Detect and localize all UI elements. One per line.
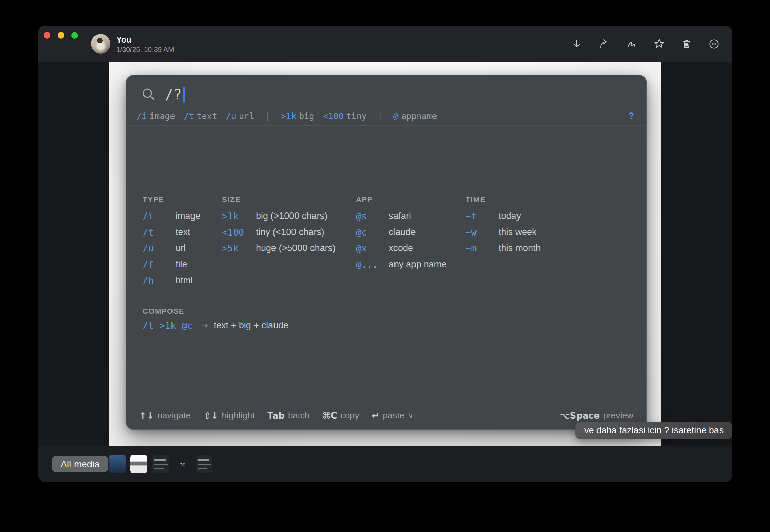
compose-code: >1k: [160, 320, 176, 331]
media-viewer-window: You 1/30/26, 10:39 AM: [38, 26, 732, 482]
filter-code: <100: [323, 111, 343, 121]
filter-label: text: [197, 111, 217, 121]
shortcut-keys: Tab: [267, 411, 285, 421]
filter-code: >1k: [222, 211, 256, 221]
thumbnail[interactable]: [282, 455, 299, 473]
filter-description: xcode: [389, 243, 413, 253]
filter-description: big (>1000 chars): [256, 211, 327, 221]
shortcut-label: paste: [383, 410, 404, 421]
filter-hint: /iimage: [137, 111, 175, 121]
thumbnail[interactable]: [130, 455, 147, 473]
filter-hints: /iimage/ttext/uurl|>1kbig<100tiny|@appna…: [137, 108, 616, 124]
thumbnail[interactable]: [239, 455, 256, 473]
share-icon[interactable]: [599, 38, 610, 50]
sender-name: You: [116, 35, 174, 45]
thumbnail[interactable]: [304, 455, 321, 473]
close-window-button[interactable]: [44, 32, 50, 39]
thumbnail[interactable]: [109, 455, 126, 473]
filter-description: today: [499, 211, 521, 221]
filter-description: this week: [499, 227, 537, 238]
filter-label: url: [239, 111, 254, 121]
help-row: <100tiny (<100 chars): [222, 224, 358, 241]
filter-description: url: [176, 243, 186, 253]
hint-separator: |: [265, 111, 270, 121]
help-row: ~mthis month: [466, 240, 578, 257]
filter-hint: >1kbig: [281, 111, 314, 121]
filter-description: text: [176, 227, 190, 238]
shortcut-label: batch: [288, 410, 310, 421]
thumbnail[interactable]: [261, 455, 278, 473]
filter-code: >1k: [281, 111, 296, 121]
shortcut-label: navigate: [158, 410, 191, 421]
filter-code: /t: [143, 227, 176, 238]
help-row: >5khuge (>5000 chars): [222, 240, 358, 257]
filter-description: image: [176, 211, 201, 221]
download-icon[interactable]: [571, 38, 583, 50]
help-column-type: TYPE/iimage/ttext/uurl/ffile/hhtml: [143, 195, 221, 289]
search-input[interactable]: /?: [165, 87, 182, 102]
filter-description: this month: [499, 243, 541, 253]
compose-result: text + big + claude: [214, 320, 288, 331]
help-column-size: SIZE>1kbig (>1000 chars)<100tiny (<100 c…: [222, 195, 358, 257]
filter-code: ~w: [466, 227, 499, 238]
help-row: ~ttoday: [466, 208, 578, 224]
more-options-icon[interactable]: [708, 38, 720, 50]
filter-description: html: [176, 275, 193, 286]
thumbnail[interactable]: ⌥: [174, 455, 191, 473]
help-column-time: TIME~ttoday~wthis week~mthis month: [466, 195, 578, 257]
shortcut-keys: ⇧↓: [204, 411, 219, 421]
filter-help-table: TYPE/iimage/ttext/uurl/ffile/hhtmlSIZE>1…: [126, 195, 646, 304]
thumbnail[interactable]: [152, 455, 169, 473]
viewer-toolbar: [571, 26, 720, 62]
shortcut-navigate: ↑↓navigate: [139, 410, 191, 421]
avatar: [91, 34, 110, 54]
markup-icon[interactable]: [626, 38, 637, 50]
zoom-window-button[interactable]: [71, 32, 78, 39]
filter-description: file: [176, 259, 187, 270]
filter-code: ~m: [466, 243, 499, 253]
compose-code: /t: [143, 320, 154, 331]
help-row: /hhtml: [143, 272, 221, 289]
filter-label: appname: [401, 111, 437, 121]
search-icon: [141, 87, 156, 102]
thumbnail[interactable]: [196, 455, 212, 473]
minimize-window-button[interactable]: [58, 32, 64, 39]
command-palette: /? /iimage/ttext/uurl|>1kbig<100tiny|@ap…: [126, 75, 647, 430]
filter-description: safari: [389, 211, 411, 221]
thumbnail[interactable]: [217, 455, 234, 473]
filter-description: huge (>5000 chars): [256, 243, 336, 253]
shortcut-preview: ⌥Space preview: [560, 410, 633, 421]
filter-code: /u: [143, 243, 176, 253]
help-row: /ttext: [143, 224, 221, 241]
thumbnail[interactable]: [326, 455, 343, 473]
shortcut-paste: ↵paste∨: [372, 410, 413, 421]
column-title: APP: [356, 195, 468, 204]
filter-code: @x: [356, 243, 389, 253]
divider: [126, 125, 646, 126]
filter-code: @...: [356, 259, 389, 270]
compose-codes: /t>1k@c: [143, 320, 199, 331]
chevron-down-icon[interactable]: ∨: [408, 412, 413, 420]
help-question-button[interactable]: ?: [629, 108, 634, 124]
filter-label: tiny: [346, 111, 367, 121]
all-media-button[interactable]: All media: [52, 456, 108, 472]
filter-label: big: [299, 111, 314, 121]
help-row: >1kbig (>1000 chars): [222, 208, 358, 224]
help-row: /ffile: [143, 257, 221, 273]
help-row: @ssafari: [356, 208, 468, 224]
help-row: @cclaude: [356, 224, 468, 241]
titlebar: You 1/30/26, 10:39 AM: [38, 26, 732, 62]
option-key-badge: ⌥: [178, 460, 186, 468]
help-row: /uurl: [143, 240, 221, 257]
column-title: TIME: [466, 195, 578, 204]
column-title: SIZE: [222, 195, 358, 204]
filter-code: /t: [184, 111, 194, 121]
help-row: ~wthis week: [466, 224, 578, 241]
shortcut-highlight: ⇧↓highlight: [204, 410, 255, 421]
filter-description: tiny (<100 chars): [256, 227, 324, 238]
shortcut-keys: ⌘C: [322, 411, 337, 421]
hint-tooltip: ve daha fazlasi icin ? isaretine bas: [575, 422, 732, 439]
delete-trash-icon[interactable]: [681, 38, 692, 50]
favorite-star-icon[interactable]: [653, 38, 665, 50]
filter-code: /i: [143, 211, 176, 221]
